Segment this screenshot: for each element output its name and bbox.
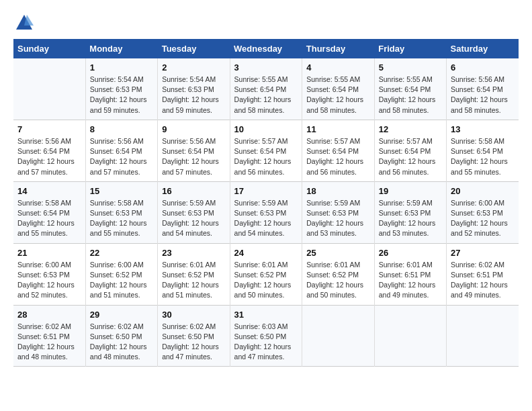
calendar-cell: 21Sunrise: 6:00 AM Sunset: 6:53 PM Dayli… <box>13 243 85 305</box>
day-number: 19 <box>379 186 442 196</box>
header-day-friday: Friday <box>374 39 446 58</box>
header-day-tuesday: Tuesday <box>158 39 230 58</box>
calendar-cell: 10Sunrise: 5:57 AM Sunset: 6:54 PM Dayli… <box>230 120 302 181</box>
day-number: 31 <box>234 310 298 320</box>
day-number: 10 <box>234 124 298 134</box>
calendar-cell: 20Sunrise: 6:00 AM Sunset: 6:53 PM Dayli… <box>447 181 519 243</box>
day-info: Sunrise: 5:55 AM Sunset: 6:54 PM Dayligh… <box>306 75 369 116</box>
day-info: Sunrise: 5:56 AM Sunset: 6:54 PM Dayligh… <box>17 136 81 177</box>
day-info: Sunrise: 6:03 AM Sunset: 6:50 PM Dayligh… <box>234 322 298 363</box>
day-number: 30 <box>162 310 225 320</box>
day-info: Sunrise: 6:01 AM Sunset: 6:52 PM Dayligh… <box>234 260 298 301</box>
day-number: 4 <box>306 62 369 73</box>
calendar-week-2: 7Sunrise: 5:56 AM Sunset: 6:54 PM Daylig… <box>13 120 519 181</box>
day-info: Sunrise: 6:01 AM Sunset: 6:52 PM Dayligh… <box>306 260 369 301</box>
calendar-week-4: 21Sunrise: 6:00 AM Sunset: 6:53 PM Dayli… <box>13 243 519 305</box>
day-number: 18 <box>306 186 369 196</box>
calendar-cell: 16Sunrise: 5:59 AM Sunset: 6:53 PM Dayli… <box>158 181 230 243</box>
day-info: Sunrise: 5:57 AM Sunset: 6:54 PM Dayligh… <box>306 136 369 177</box>
day-info: Sunrise: 6:02 AM Sunset: 6:50 PM Dayligh… <box>162 322 225 363</box>
day-info: Sunrise: 6:02 AM Sunset: 6:51 PM Dayligh… <box>451 260 515 301</box>
calendar-cell: 11Sunrise: 5:57 AM Sunset: 6:54 PM Dayli… <box>302 120 374 181</box>
calendar-cell: 8Sunrise: 5:56 AM Sunset: 6:54 PM Daylig… <box>85 120 157 181</box>
day-number: 28 <box>17 310 81 320</box>
day-info: Sunrise: 5:59 AM Sunset: 6:53 PM Dayligh… <box>234 198 298 239</box>
calendar-week-3: 14Sunrise: 5:58 AM Sunset: 6:54 PM Dayli… <box>13 181 519 243</box>
calendar-cell <box>374 305 446 367</box>
day-number: 20 <box>451 186 515 196</box>
day-info: Sunrise: 5:59 AM Sunset: 6:53 PM Dayligh… <box>306 198 369 239</box>
calendar-cell: 29Sunrise: 6:02 AM Sunset: 6:50 PM Dayli… <box>85 305 157 367</box>
day-number: 23 <box>162 248 225 258</box>
calendar-cell: 15Sunrise: 5:58 AM Sunset: 6:53 PM Dayli… <box>85 181 157 243</box>
calendar-cell: 22Sunrise: 6:00 AM Sunset: 6:52 PM Dayli… <box>85 243 157 305</box>
calendar-cell: 24Sunrise: 6:01 AM Sunset: 6:52 PM Dayli… <box>230 243 302 305</box>
calendar-cell: 28Sunrise: 6:02 AM Sunset: 6:51 PM Dayli… <box>13 305 85 367</box>
day-number: 6 <box>451 62 515 73</box>
calendar-cell: 27Sunrise: 6:02 AM Sunset: 6:51 PM Dayli… <box>447 243 519 305</box>
day-number: 7 <box>17 124 81 134</box>
day-number: 29 <box>90 310 153 320</box>
calendar-header: SundayMondayTuesdayWednesdayThursdayFrid… <box>13 39 519 58</box>
calendar-table: SundayMondayTuesdayWednesdayThursdayFrid… <box>13 39 519 367</box>
day-info: Sunrise: 6:01 AM Sunset: 6:51 PM Dayligh… <box>379 260 442 301</box>
calendar-week-1: 1Sunrise: 5:54 AM Sunset: 6:53 PM Daylig… <box>13 58 519 120</box>
day-info: Sunrise: 6:02 AM Sunset: 6:51 PM Dayligh… <box>17 322 81 363</box>
day-info: Sunrise: 5:56 AM Sunset: 6:54 PM Dayligh… <box>451 75 515 116</box>
day-info: Sunrise: 5:55 AM Sunset: 6:54 PM Dayligh… <box>379 75 442 116</box>
day-number: 11 <box>306 124 369 134</box>
day-info: Sunrise: 6:02 AM Sunset: 6:50 PM Dayligh… <box>90 322 153 363</box>
logo <box>13 13 34 32</box>
day-info: Sunrise: 5:56 AM Sunset: 6:54 PM Dayligh… <box>162 136 225 177</box>
day-number: 27 <box>451 248 515 258</box>
day-number: 1 <box>90 62 153 73</box>
calendar-cell: 23Sunrise: 6:01 AM Sunset: 6:52 PM Dayli… <box>158 243 230 305</box>
page-header <box>13 13 519 32</box>
calendar-cell: 13Sunrise: 5:58 AM Sunset: 6:54 PM Dayli… <box>447 120 519 181</box>
day-info: Sunrise: 5:55 AM Sunset: 6:54 PM Dayligh… <box>234 75 298 116</box>
day-info: Sunrise: 5:57 AM Sunset: 6:54 PM Dayligh… <box>234 136 298 177</box>
day-number: 13 <box>451 124 515 134</box>
day-number: 9 <box>162 124 225 134</box>
calendar-cell: 1Sunrise: 5:54 AM Sunset: 6:53 PM Daylig… <box>85 58 157 120</box>
calendar-cell: 14Sunrise: 5:58 AM Sunset: 6:54 PM Dayli… <box>13 181 85 243</box>
header-day-monday: Monday <box>85 39 157 58</box>
calendar-cell: 3Sunrise: 5:55 AM Sunset: 6:54 PM Daylig… <box>230 58 302 120</box>
day-info: Sunrise: 6:00 AM Sunset: 6:53 PM Dayligh… <box>17 260 81 301</box>
day-info: Sunrise: 5:54 AM Sunset: 6:53 PM Dayligh… <box>162 75 225 116</box>
calendar-cell: 19Sunrise: 5:59 AM Sunset: 6:53 PM Dayli… <box>374 181 446 243</box>
day-number: 21 <box>17 248 81 258</box>
day-info: Sunrise: 6:00 AM Sunset: 6:52 PM Dayligh… <box>90 260 153 301</box>
calendar-cell <box>302 305 374 367</box>
calendar-cell: 4Sunrise: 5:55 AM Sunset: 6:54 PM Daylig… <box>302 58 374 120</box>
calendar-cell: 6Sunrise: 5:56 AM Sunset: 6:54 PM Daylig… <box>447 58 519 120</box>
day-number: 16 <box>162 186 225 196</box>
day-number: 25 <box>306 248 369 258</box>
calendar-cell <box>447 305 519 367</box>
calendar-cell: 30Sunrise: 6:02 AM Sunset: 6:50 PM Dayli… <box>158 305 230 367</box>
calendar-cell: 18Sunrise: 5:59 AM Sunset: 6:53 PM Dayli… <box>302 181 374 243</box>
day-info: Sunrise: 5:57 AM Sunset: 6:54 PM Dayligh… <box>379 136 442 177</box>
header-day-sunday: Sunday <box>13 39 85 58</box>
calendar-cell: 25Sunrise: 6:01 AM Sunset: 6:52 PM Dayli… <box>302 243 374 305</box>
calendar-cell: 9Sunrise: 5:56 AM Sunset: 6:54 PM Daylig… <box>158 120 230 181</box>
day-number: 3 <box>234 62 298 73</box>
day-number: 8 <box>90 124 153 134</box>
day-number: 5 <box>379 62 442 73</box>
header-day-thursday: Thursday <box>302 39 374 58</box>
day-info: Sunrise: 6:00 AM Sunset: 6:53 PM Dayligh… <box>451 198 515 239</box>
calendar-cell: 26Sunrise: 6:01 AM Sunset: 6:51 PM Dayli… <box>374 243 446 305</box>
calendar-cell: 2Sunrise: 5:54 AM Sunset: 6:53 PM Daylig… <box>158 58 230 120</box>
day-info: Sunrise: 5:59 AM Sunset: 6:53 PM Dayligh… <box>162 198 225 239</box>
day-number: 14 <box>17 186 81 196</box>
day-info: Sunrise: 5:58 AM Sunset: 6:53 PM Dayligh… <box>90 198 153 239</box>
day-number: 12 <box>379 124 442 134</box>
calendar-cell: 12Sunrise: 5:57 AM Sunset: 6:54 PM Dayli… <box>374 120 446 181</box>
day-number: 2 <box>162 62 225 73</box>
svg-marker-1 <box>24 15 34 26</box>
day-info: Sunrise: 5:56 AM Sunset: 6:54 PM Dayligh… <box>90 136 153 177</box>
day-info: Sunrise: 5:58 AM Sunset: 6:54 PM Dayligh… <box>17 198 81 239</box>
day-info: Sunrise: 5:59 AM Sunset: 6:53 PM Dayligh… <box>379 198 442 239</box>
day-number: 17 <box>234 186 298 196</box>
day-info: Sunrise: 5:54 AM Sunset: 6:53 PM Dayligh… <box>90 75 153 116</box>
